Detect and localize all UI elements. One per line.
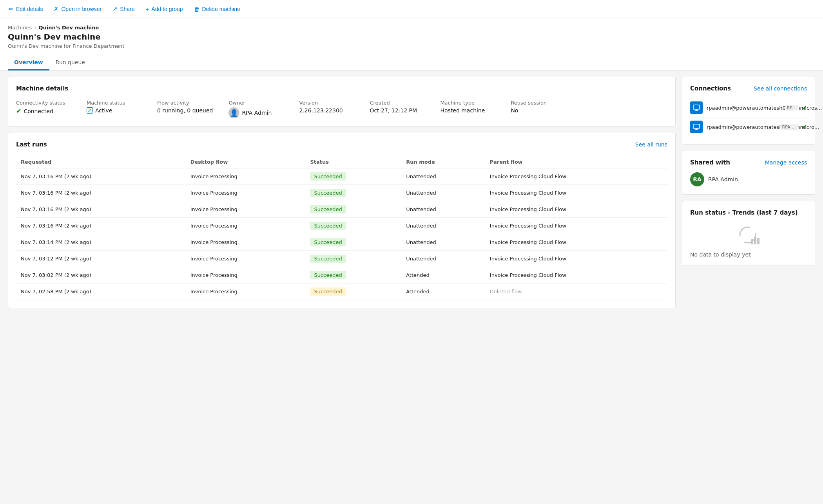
cell-status: Succeeded bbox=[305, 201, 401, 218]
cell-desktop-flow: Invoice Processing bbox=[186, 185, 306, 201]
cell-requested: Nov 7, 03:16 PM (2 wk ago) bbox=[16, 218, 186, 234]
breadcrumb-parent[interactable]: Machines bbox=[8, 25, 32, 31]
connectivity-status-value: ✔ Connected bbox=[16, 107, 71, 115]
connection-item-2: rpaadmin@powerautomatesh001.onmicro... R… bbox=[690, 117, 807, 136]
delete-machine-label: Delete machine bbox=[202, 6, 240, 12]
open-in-browser-label: Open in browser bbox=[61, 6, 102, 12]
tab-run-queue[interactable]: Run queue bbox=[49, 55, 91, 70]
connection-item-1: rpaadmin@powerautomatesh001.onmicros... … bbox=[690, 98, 807, 117]
table-row[interactable]: Nov 7, 03:16 PM (2 wk ago) Invoice Proce… bbox=[16, 218, 667, 234]
version-item: Version 2.26.123.22300 bbox=[299, 100, 354, 118]
table-row[interactable]: Nov 7, 03:16 PM (2 wk ago) Invoice Proce… bbox=[16, 201, 667, 218]
connected-check-icon: ✔ bbox=[16, 107, 21, 115]
cell-run-mode: Attended bbox=[401, 267, 485, 284]
table-row[interactable]: Nov 7, 03:16 PM (2 wk ago) Invoice Proce… bbox=[16, 185, 667, 201]
tab-overview[interactable]: Overview bbox=[8, 55, 49, 70]
page-subtitle: Quinn's Dev machine for Finance Departme… bbox=[8, 43, 815, 49]
user-name: RPA Admin bbox=[708, 176, 738, 182]
delete-machine-button[interactable]: 🗑 Delete machine bbox=[193, 4, 241, 14]
table-row[interactable]: Nov 7, 02:58 PM (2 wk ago) Invoice Proce… bbox=[16, 284, 667, 300]
cell-requested: Nov 7, 03:02 PM (2 wk ago) bbox=[16, 267, 186, 284]
col-run-mode: Run mode bbox=[401, 156, 485, 168]
machine-details-card: Machine details Connectivity status ✔ Co… bbox=[8, 77, 676, 126]
flow-activity-value: 0 running, 0 queued bbox=[157, 107, 213, 114]
cell-parent-flow: Invoice Processing Cloud Flow bbox=[485, 201, 667, 218]
cell-status: Succeeded bbox=[305, 251, 401, 267]
status-badge: Succeeded bbox=[310, 172, 346, 181]
table-row[interactable]: Nov 7, 03:12 PM (2 wk ago) Invoice Proce… bbox=[16, 251, 667, 267]
connection-status-icon-2: ✔ bbox=[802, 123, 807, 131]
reuse-session-item: Reuse session No bbox=[511, 100, 566, 118]
status-badge: Succeeded bbox=[310, 222, 346, 230]
shared-with-header: Shared with Manage access bbox=[690, 159, 807, 166]
col-status: Status bbox=[305, 156, 401, 168]
last-runs-header: Last runs See all runs bbox=[16, 141, 667, 148]
no-data-text: No data to display yet bbox=[690, 251, 807, 258]
runs-table-header-row: Requested Desktop flow Status Run mode P… bbox=[16, 156, 667, 168]
share-button[interactable]: ↗ Share bbox=[112, 4, 135, 14]
cell-status: Succeeded bbox=[305, 218, 401, 234]
cell-status: Succeeded bbox=[305, 185, 401, 201]
last-runs-title: Last runs bbox=[16, 141, 47, 148]
table-row[interactable]: Nov 7, 03:16 PM (2 wk ago) Invoice Proce… bbox=[16, 168, 667, 185]
table-row[interactable]: Nov 7, 03:02 PM (2 wk ago) Invoice Proce… bbox=[16, 267, 667, 284]
add-to-group-button[interactable]: + Add to group bbox=[145, 4, 184, 14]
svg-rect-9 bbox=[757, 238, 760, 244]
status-badge: Succeeded bbox=[310, 238, 346, 246]
cell-desktop-flow: Invoice Processing bbox=[186, 251, 306, 267]
cell-desktop-flow: Invoice Processing bbox=[186, 267, 306, 284]
connectivity-status-label: Connectivity status bbox=[16, 100, 71, 106]
machine-status-item: Machine status ✓ Active bbox=[87, 100, 141, 118]
status-badge: Succeeded bbox=[310, 205, 346, 213]
shared-with-card: Shared with Manage access RA RPA Admin bbox=[682, 151, 815, 195]
cell-run-mode: Unattended bbox=[401, 234, 485, 251]
owner-value: 👤 RPA Admin bbox=[228, 107, 283, 118]
owner-item: Owner 👤 RPA Admin bbox=[228, 100, 283, 118]
open-in-browser-button[interactable]: ✗ Open in browser bbox=[53, 4, 102, 14]
connection-icon-1 bbox=[690, 101, 703, 114]
cell-status: Succeeded bbox=[305, 168, 401, 185]
cell-run-mode: Unattended bbox=[401, 185, 485, 201]
cell-requested: Nov 7, 03:12 PM (2 wk ago) bbox=[16, 251, 186, 267]
flow-activity-item: Flow activity 0 running, 0 queued bbox=[157, 100, 213, 118]
cell-desktop-flow: Invoice Processing bbox=[186, 168, 306, 185]
machine-details-grid: Connectivity status ✔ Connected Machine … bbox=[16, 100, 667, 118]
breadcrumb-separator: › bbox=[34, 25, 36, 31]
runs-table-body: Nov 7, 03:16 PM (2 wk ago) Invoice Proce… bbox=[16, 168, 667, 300]
svg-rect-3 bbox=[693, 124, 700, 128]
machine-type-item: Machine type Hosted machine bbox=[440, 100, 495, 118]
created-item: Created Oct 27, 12:12 PM bbox=[370, 100, 424, 118]
cell-requested: Nov 7, 03:16 PM (2 wk ago) bbox=[16, 185, 186, 201]
see-all-runs-link[interactable]: See all runs bbox=[635, 141, 667, 148]
cell-requested: Nov 7, 03:14 PM (2 wk ago) bbox=[16, 234, 186, 251]
cell-parent-flow: Invoice Processing Cloud Flow bbox=[485, 168, 667, 185]
last-runs-card: Last runs See all runs Requested Desktop… bbox=[8, 133, 676, 308]
cell-parent-flow: Deleted flow bbox=[485, 284, 667, 300]
active-check-icon: ✓ bbox=[87, 107, 93, 114]
col-desktop-flow: Desktop flow bbox=[186, 156, 306, 168]
user-avatar: RA bbox=[690, 172, 704, 186]
cell-run-mode: Unattended bbox=[401, 251, 485, 267]
runs-table: Requested Desktop flow Status Run mode P… bbox=[16, 156, 667, 300]
created-value: Oct 27, 12:12 PM bbox=[370, 107, 424, 114]
status-badge: Succeeded bbox=[310, 189, 346, 197]
header-area: Machines › Quinn's Dev machine Quinn's D… bbox=[0, 18, 823, 55]
cell-desktop-flow: Invoice Processing bbox=[186, 201, 306, 218]
breadcrumb: Machines › Quinn's Dev machine bbox=[8, 25, 815, 31]
cell-status: Succeeded bbox=[305, 234, 401, 251]
version-value: 2.26.123.22300 bbox=[299, 107, 354, 114]
reuse-session-value: No bbox=[511, 107, 566, 114]
toolbar: ✏ Edit details ✗ Open in browser ↗ Share… bbox=[0, 0, 823, 18]
add-icon: + bbox=[146, 6, 149, 13]
table-row[interactable]: Nov 7, 03:14 PM (2 wk ago) Invoice Proce… bbox=[16, 234, 667, 251]
see-all-connections-link[interactable]: See all connections bbox=[754, 85, 807, 92]
manage-access-link[interactable]: Manage access bbox=[765, 159, 807, 166]
breadcrumb-current: Quinn's Dev machine bbox=[38, 25, 99, 31]
machine-type-label: Machine type bbox=[440, 100, 495, 106]
connections-header: Connections See all connections bbox=[690, 85, 807, 92]
edit-details-button[interactable]: ✏ Edit details bbox=[8, 4, 44, 14]
cell-requested: Nov 7, 03:16 PM (2 wk ago) bbox=[16, 168, 186, 185]
cell-status: Succeeded bbox=[305, 267, 401, 284]
connections-title: Connections bbox=[690, 85, 731, 92]
cell-parent-flow: Invoice Processing Cloud Flow bbox=[485, 251, 667, 267]
